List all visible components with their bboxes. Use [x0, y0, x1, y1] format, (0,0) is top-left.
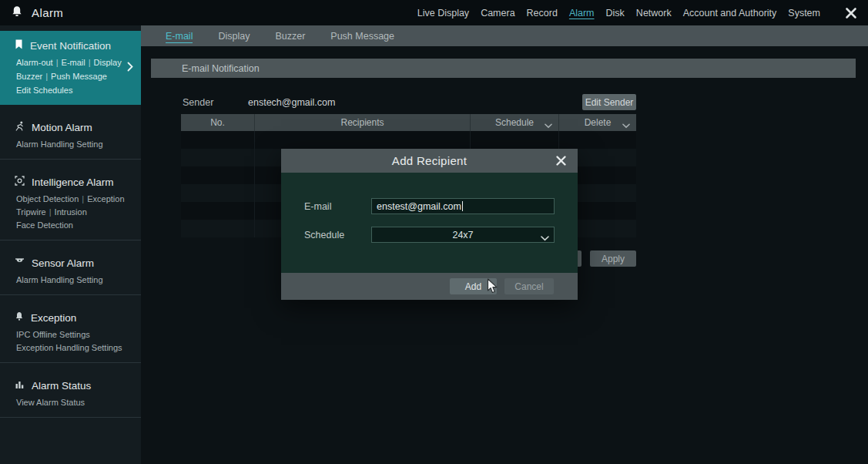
sidebar-section-title-row: Sensor Alarm: [0, 256, 141, 270]
column-header-recipients: Recipients: [255, 114, 471, 131]
separator: |: [45, 72, 48, 81]
schedule-select[interactable]: 24x7: [371, 227, 555, 243]
sender-label: Sender: [183, 97, 213, 108]
sidebar-links-row: Object Detection|Exception: [0, 193, 141, 206]
sidebar-link-motion-alarm-handling[interactable]: Alarm Handling Setting: [16, 140, 103, 149]
dialog-header: Add Recipient: [281, 149, 578, 173]
tab-push-message[interactable]: Push Message: [330, 25, 394, 46]
topbar: Alarm Live Display Camera Record Alarm D…: [0, 0, 868, 25]
tab-buzzer[interactable]: Buzzer: [275, 25, 305, 46]
sidebar-section-title: Exception: [31, 312, 76, 324]
text-caret: [462, 201, 463, 211]
face-detect-icon: [15, 175, 25, 189]
screen: Alarm Live Display Camera Record Alarm D…: [0, 0, 868, 464]
sidebar-section-title: Sensor Alarm: [32, 257, 94, 269]
apply-button[interactable]: Apply: [590, 250, 636, 267]
sidebar-link-view-alarm-status[interactable]: View Alarm Status: [16, 398, 85, 407]
sidebar-section-motion-alarm[interactable]: Motion Alarm Alarm Handling Setting: [0, 105, 141, 160]
dialog-title: Add Recipient: [392, 154, 467, 167]
sidebar-link-email[interactable]: E-mail: [62, 58, 85, 67]
sidebar-section-title: Motion Alarm: [32, 122, 92, 133]
nav-camera[interactable]: Camera: [481, 8, 514, 18]
page-title: Alarm: [32, 6, 63, 19]
chevron-down-icon: [545, 120, 552, 131]
tab-email[interactable]: E-mail: [166, 25, 193, 46]
tab-bar: E-mail Display Buzzer Push Message: [141, 25, 868, 46]
edit-sender-button[interactable]: Edit Sender: [582, 94, 636, 110]
table-cell: [255, 131, 471, 149]
motion-icon: [15, 120, 25, 134]
email-input-value: enstest@gmail.com: [377, 201, 461, 212]
separator: |: [89, 58, 91, 67]
nav-alarm[interactable]: Alarm: [569, 8, 595, 18]
sidebar-links-row: Alarm Handling Setting: [0, 138, 141, 151]
section-header-title: E-mail Notification: [182, 63, 260, 74]
table-cell: [181, 202, 255, 220]
sidebar-link-sensor-alarm-handling[interactable]: Alarm Handling Setting: [16, 275, 103, 284]
sidebar-link-buzzer[interactable]: Buzzer: [16, 72, 42, 81]
nav-live-display[interactable]: Live Display: [417, 8, 469, 18]
sidebar-link-edit-schedules[interactable]: Edit Schedules: [16, 86, 72, 95]
sidebar-section-title-row: Alarm Status: [0, 378, 141, 392]
separator: |: [56, 58, 59, 67]
sidebar-section-title-row: Exception: [0, 311, 141, 324]
nav-network[interactable]: Network: [636, 8, 672, 18]
alarm-bell-icon: [11, 5, 23, 21]
sidebar-section-title-row: Motion Alarm: [0, 120, 141, 134]
sidebar-link-exception[interactable]: Exception: [87, 194, 124, 203]
email-input[interactable]: enstest@gmail.com: [371, 198, 555, 214]
email-label: E-mail: [304, 201, 331, 212]
alert-bell-icon: [15, 311, 24, 324]
close-icon[interactable]: [844, 6, 858, 23]
sidebar-links-row: Exception Handling Settings: [0, 341, 141, 355]
column-header-schedule[interactable]: Schedule: [471, 114, 559, 131]
app-brand: Alarm: [11, 0, 63, 25]
table-cell: [181, 166, 255, 184]
sender-email-value: enstech@gmail.com: [248, 97, 335, 108]
sidebar-link-push-message[interactable]: Push Message: [51, 72, 107, 81]
sidebar-section-exception[interactable]: Exception IPC Offline Settings Exception…: [0, 295, 141, 363]
sidebar-link-face-detection[interactable]: Face Detection: [16, 220, 73, 230]
add-recipient-dialog: Add Recipient E-mail enstest@gmail.com S…: [281, 149, 578, 300]
sidebar-links-row: Tripwire|Intrusion: [0, 206, 141, 219]
sidebar-link-display[interactable]: Display: [94, 58, 122, 67]
tab-display[interactable]: Display: [218, 25, 250, 46]
dialog-cancel-button[interactable]: Cancel: [504, 278, 554, 294]
sidebar-links-row: View Alarm Status: [0, 396, 141, 409]
separator: |: [49, 207, 52, 217]
table-cell: [181, 131, 255, 149]
sidebar-section-title-row: Event Notification: [0, 39, 141, 52]
nav-record[interactable]: Record: [527, 8, 558, 18]
section-header: E-mail Notification: [151, 59, 856, 78]
column-header-delete-label: Delete: [585, 117, 612, 128]
table-cell: [471, 131, 559, 149]
sidebar-section-event-notification[interactable]: Event Notification Alarm-out|E-mail|Disp…: [0, 31, 141, 105]
sidebar-link-alarm-out[interactable]: Alarm-out: [16, 58, 53, 67]
nav-system[interactable]: System: [788, 8, 820, 18]
column-header-no: No.: [181, 114, 255, 131]
sidebar-section-sensor-alarm[interactable]: Sensor Alarm Alarm Handling Setting: [0, 240, 141, 295]
dialog-close-icon[interactable]: [555, 155, 567, 170]
table-header-row: No. Recipients Schedule Delete: [181, 114, 636, 131]
sidebar-link-exception-handling-settings[interactable]: Exception Handling Settings: [16, 343, 122, 352]
dialog-body: E-mail enstest@gmail.com Schedule 24x7: [281, 173, 578, 273]
dialog-add-button[interactable]: Add: [450, 278, 497, 294]
sidebar-section-intelligence-alarm[interactable]: Intelligence Alarm Object Detection|Exce…: [0, 160, 141, 240]
sidebar-links-row: Edit Schedules: [0, 83, 141, 97]
chevron-down-icon: [541, 233, 549, 244]
table-row: [181, 131, 636, 149]
sidebar-link-ipc-offline-settings[interactable]: IPC Offline Settings: [16, 330, 90, 339]
dialog-footer: Add Cancel: [281, 273, 578, 300]
sidebar-section-alarm-status[interactable]: Alarm Status View Alarm Status: [0, 363, 141, 418]
sidebar-link-tripwire[interactable]: Tripwire: [16, 207, 46, 217]
nav-account-and-authority[interactable]: Account and Authority: [683, 8, 777, 18]
sidebar-links-row: Alarm Handling Setting: [0, 274, 141, 287]
sidebar-links-row: Face Detection: [0, 219, 141, 232]
sidebar-section-title: Event Notification: [30, 40, 111, 52]
sidebar-link-intrusion[interactable]: Intrusion: [55, 207, 87, 217]
column-header-delete[interactable]: Delete: [559, 114, 636, 131]
nav-disk[interactable]: Disk: [606, 8, 625, 18]
sidebar-link-object-detection[interactable]: Object Detection: [16, 194, 79, 203]
sidebar-links-row: IPC Offline Settings: [0, 328, 141, 341]
dome-camera-icon: [15, 256, 25, 270]
